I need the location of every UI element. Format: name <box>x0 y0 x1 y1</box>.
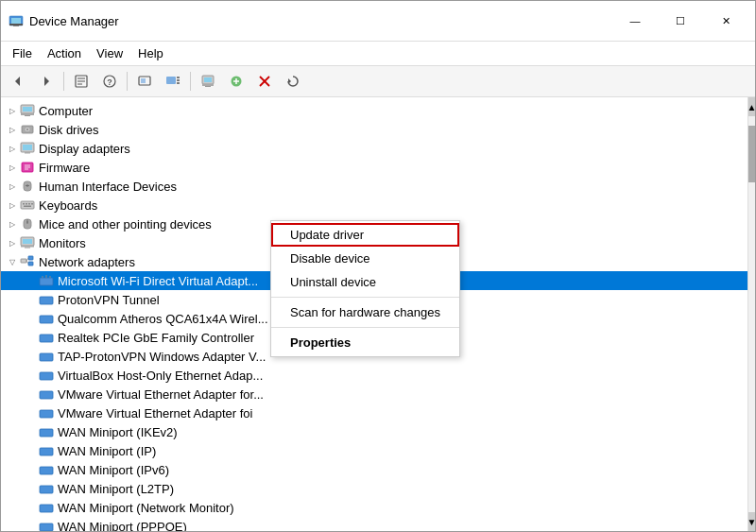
svg-point-53 <box>26 221 28 223</box>
svg-rect-14 <box>166 77 176 84</box>
svg-point-34 <box>26 129 28 130</box>
menu-file[interactable]: File <box>5 43 40 63</box>
tree-item-firmware[interactable]: ▷ Firmware <box>1 158 747 177</box>
toolbar-properties[interactable] <box>68 69 94 94</box>
svg-rect-2 <box>9 24 23 26</box>
maximize-button[interactable]: ☐ <box>659 7 702 35</box>
tree-label-protonvpn: ProtonVPN Tunnel <box>58 293 160 307</box>
svg-rect-77 <box>40 486 53 493</box>
svg-rect-36 <box>23 145 32 150</box>
tree-label-realtek: Realtek PCIe GbE Family Controller <box>58 331 254 345</box>
title-bar: Device Manager — ☐ ✕ <box>1 1 755 42</box>
ctx-disable-device[interactable]: Disable device <box>271 247 459 270</box>
svg-rect-78 <box>40 505 53 512</box>
toolbar-help[interactable]: ? <box>96 69 123 94</box>
content-area: ▷ Computer ▷ <box>1 97 755 531</box>
svg-rect-50 <box>24 206 31 208</box>
minimize-button[interactable]: — <box>613 7 657 35</box>
toolbar-computer[interactable] <box>195 69 221 94</box>
tree-label-vmware1: VMware Virtual Ethernet Adapter for... <box>58 387 264 402</box>
toggle-keyboards[interactable]: ▷ <box>5 197 20 213</box>
tree-item-keyboards[interactable]: ▷ Keyboards <box>1 196 747 215</box>
toolbar-update[interactable] <box>160 69 186 94</box>
menu-action[interactable]: Action <box>40 43 89 63</box>
scroll-up-button[interactable]: ▲ <box>748 97 755 116</box>
tree-item-wan-ipv6[interactable]: WAN Miniport (IPv6) <box>1 460 747 479</box>
tree-label-qualcomm: Qualcomm Atheros QCA61x4A Wirel... <box>58 312 268 326</box>
svg-rect-71 <box>40 372 53 380</box>
tree-item-wan-ip[interactable]: WAN Miniport (IP) <box>1 441 747 460</box>
toolbar-back[interactable] <box>5 69 31 94</box>
toggle-disk-drives[interactable]: ▷ <box>5 122 20 137</box>
svg-rect-73 <box>40 410 53 418</box>
tree-item-wan-netmon[interactable]: WAN Miniport (Network Monitor) <box>1 498 747 517</box>
svg-rect-68 <box>40 316 53 323</box>
tree-label-computer: Computer <box>39 104 93 118</box>
toggle-display-adapters[interactable]: ▷ <box>5 141 20 156</box>
menu-view[interactable]: View <box>89 43 130 63</box>
scroll-down-button[interactable]: ▼ <box>748 512 755 531</box>
toolbar-remove[interactable] <box>251 69 278 94</box>
svg-rect-55 <box>23 239 32 244</box>
toggle-network-adapters[interactable]: ▽ <box>5 254 20 269</box>
toggle-firmware[interactable]: ▷ <box>5 160 20 175</box>
toggle-mice[interactable]: ▷ <box>5 216 20 232</box>
scroll-thumb[interactable] <box>748 126 755 182</box>
window-icon <box>9 13 24 28</box>
menu-bar: File Action View Help <box>1 42 755 66</box>
toolbar: ? <box>1 66 755 97</box>
toolbar-refresh[interactable] <box>280 69 306 94</box>
tree-label-display-adapters: Display adapters <box>39 142 130 156</box>
svg-rect-1 <box>11 18 21 24</box>
adapter-icon-wan-ikev2 <box>39 425 54 438</box>
toolbar-add[interactable] <box>223 69 249 94</box>
svg-rect-56 <box>21 246 34 248</box>
tree-item-vmware2[interactable]: VMware Virtual Ethernet Adapter foi <box>1 403 747 422</box>
menu-help[interactable]: Help <box>130 43 171 63</box>
toolbar-forward[interactable] <box>33 69 60 94</box>
adapter-icon-virtualbox <box>39 369 54 382</box>
svg-rect-3 <box>13 26 19 26</box>
svg-rect-59 <box>28 256 33 260</box>
adapter-icon-wan-ip <box>39 444 54 457</box>
toggle-monitors[interactable]: ▷ <box>5 235 20 250</box>
svg-rect-75 <box>40 448 53 455</box>
svg-rect-29 <box>23 107 32 112</box>
tree-item-disk-drives[interactable]: ▷ Disk drives <box>1 120 747 139</box>
tree-item-hid[interactable]: ▷ Human Interface Devices <box>1 177 747 196</box>
ctx-update-driver[interactable]: Update driver <box>271 223 459 247</box>
tree-item-vmware1[interactable]: VMware Virtual Ethernet Adapter for... <box>1 385 747 403</box>
network-icon <box>20 255 35 268</box>
toolbar-scan[interactable] <box>131 69 158 94</box>
ctx-uninstall-device[interactable]: Uninstall device <box>271 270 459 294</box>
adapter-icon-wan-netmon <box>39 501 54 514</box>
device-manager-window: Device Manager — ☐ ✕ File Action View He… <box>0 0 756 532</box>
svg-rect-49 <box>31 203 33 205</box>
adapter-icon-wan-ipv6 <box>39 463 54 476</box>
mouse-icon <box>20 217 35 231</box>
toggle-hid[interactable]: ▷ <box>5 179 20 194</box>
window-controls: — ☐ ✕ <box>613 7 747 35</box>
toolbar-sep1 <box>63 72 64 91</box>
tree-label-vmware2: VMware Virtual Ethernet Adapter foi <box>58 406 252 420</box>
tree-item-display-adapters[interactable]: ▷ Display adapters <box>1 139 747 158</box>
tree-item-wan-pppoe[interactable]: WAN Miniport (PPPOE) <box>1 517 747 531</box>
svg-rect-74 <box>40 429 53 437</box>
vertical-scrollbar[interactable]: ▲ ▼ <box>747 97 755 531</box>
svg-rect-20 <box>202 84 214 86</box>
ctx-scan-changes[interactable]: Scan for hardware changes <box>271 300 459 324</box>
svg-rect-58 <box>21 259 26 263</box>
close-button[interactable]: ✕ <box>704 7 747 35</box>
tree-item-virtualbox[interactable]: VirtualBox Host-Only Ethernet Adap... <box>1 366 747 385</box>
adapter-icon-wan-l2tp <box>39 482 54 495</box>
svg-rect-13 <box>141 78 146 83</box>
ctx-properties[interactable]: Properties <box>271 331 459 354</box>
adapter-icon-tap <box>39 350 54 363</box>
tree-item-wan-ikev2[interactable]: WAN Miniport (IKEv2) <box>1 422 747 441</box>
toggle-computer[interactable]: ▷ <box>5 103 20 118</box>
tree-item-computer[interactable]: ▷ Computer <box>1 101 747 120</box>
svg-rect-45 <box>21 201 34 209</box>
tree-label-wan-pppoe: WAN Miniport (PPPOE) <box>58 520 187 532</box>
tree-label-firmware: Firmware <box>39 161 90 175</box>
tree-item-wan-l2tp[interactable]: WAN Miniport (L2TP) <box>1 479 747 498</box>
